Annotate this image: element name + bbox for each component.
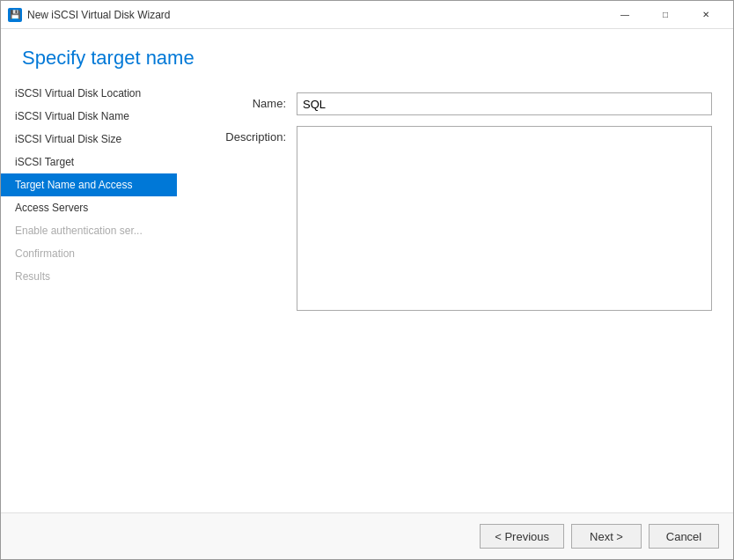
sidebar-item-access-servers[interactable]: Access Servers xyxy=(1,196,177,219)
name-label: Name: xyxy=(198,92,286,110)
main-area: iSCSI Virtual Disk LocationiSCSI Virtual… xyxy=(1,78,733,512)
sidebar-item-iscsi-virtual-disk-location[interactable]: iSCSI Virtual Disk Location xyxy=(1,82,177,105)
sidebar-item-enable-authentication: Enable authentication ser... xyxy=(1,219,177,242)
description-textarea[interactable] xyxy=(297,126,712,311)
content-area: Name: Description: xyxy=(177,78,733,512)
sidebar-item-iscsi-virtual-disk-name[interactable]: iSCSI Virtual Disk Name xyxy=(1,105,177,128)
sidebar-item-iscsi-virtual-disk-size[interactable]: iSCSI Virtual Disk Size xyxy=(1,128,177,151)
window-content: Specify target name iSCSI Virtual Disk L… xyxy=(1,29,733,559)
sidebar-item-confirmation: Confirmation xyxy=(1,242,177,265)
close-button[interactable]: ✕ xyxy=(686,1,726,29)
page-header: Specify target name xyxy=(1,29,733,78)
footer: < Previous Next > Cancel xyxy=(1,512,733,559)
description-label: Description: xyxy=(198,126,286,144)
sidebar: iSCSI Virtual Disk LocationiSCSI Virtual… xyxy=(1,78,177,512)
page-title: Specify target name xyxy=(22,47,712,70)
sidebar-item-iscsi-target[interactable]: iSCSI Target xyxy=(1,151,177,173)
window-title: New iSCSI Virtual Disk Wizard xyxy=(27,9,605,21)
name-row: Name: xyxy=(198,92,712,115)
name-input[interactable] xyxy=(297,92,712,115)
maximize-button[interactable]: □ xyxy=(645,1,686,29)
app-icon: 💾 xyxy=(8,8,22,22)
description-row: Description: xyxy=(198,126,712,311)
minimize-button[interactable]: — xyxy=(605,1,645,29)
previous-button[interactable]: < Previous xyxy=(480,524,564,549)
cancel-button[interactable]: Cancel xyxy=(649,524,719,549)
wizard-window: 💾 New iSCSI Virtual Disk Wizard — □ ✕ Sp… xyxy=(0,0,734,560)
window-controls: — □ ✕ xyxy=(605,1,726,29)
title-bar: 💾 New iSCSI Virtual Disk Wizard — □ ✕ xyxy=(1,1,733,29)
sidebar-item-target-name-and-access[interactable]: Target Name and Access xyxy=(1,173,177,196)
sidebar-item-results: Results xyxy=(1,265,177,288)
next-button[interactable]: Next > xyxy=(571,524,642,549)
